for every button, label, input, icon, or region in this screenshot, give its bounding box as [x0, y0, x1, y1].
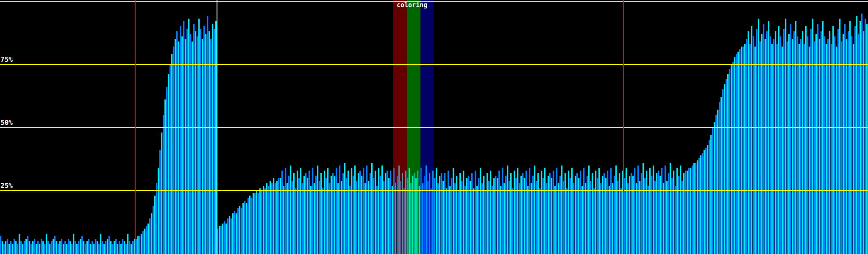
histogram-view: coloring 75%50%25%	[0, 0, 868, 254]
red-marker-1	[135, 0, 136, 254]
gridline-75	[0, 64, 868, 65]
gridline-100	[0, 1, 868, 2]
gridline-25	[0, 190, 868, 191]
red-marker-2	[623, 0, 624, 254]
white-marker	[217, 0, 217, 254]
gridline-50	[0, 127, 868, 128]
grid-and-markers-layer	[0, 0, 868, 254]
